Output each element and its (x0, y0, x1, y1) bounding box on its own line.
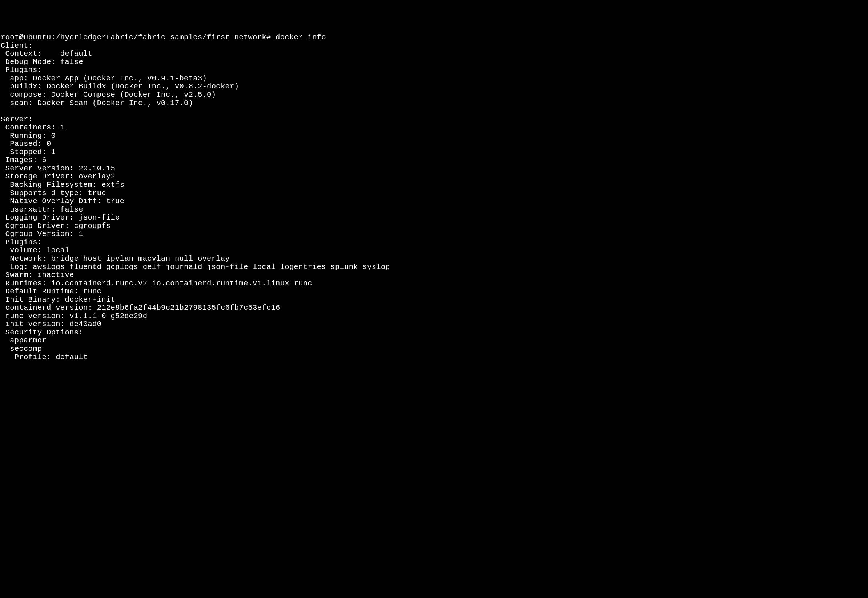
output-line: Images: 6 (1, 156, 46, 164)
output-line: Native Overlay Diff: true (1, 197, 124, 205)
output-line: Supports d_type: true (1, 189, 106, 197)
output-line: app: Docker App (Docker Inc., v0.9.1-bet… (1, 74, 207, 82)
output-line: Server Version: 20.10.15 (1, 164, 115, 173)
output-line: Default Runtime: runc (1, 287, 102, 296)
output-line: Log: awslogs fluentd gcplogs gelf journa… (1, 263, 390, 271)
output-line: Server: (1, 115, 33, 124)
output-line: apparmor (1, 336, 46, 345)
output-line: Init Binary: docker-init (1, 296, 115, 304)
output-line: Stopped: 1 (1, 148, 55, 156)
output-line: containerd version: 212e8b6fa2f44b9c21b2… (1, 303, 280, 312)
output-line: seccomp (1, 345, 42, 353)
output-line: Paused: 0 (1, 140, 51, 148)
command-prompt-line: root@ubuntu:/hyerledgerFabric/fabric-sam… (1, 33, 326, 42)
output-line: Client: (1, 42, 33, 50)
output-line: Cgroup Version: 1 (1, 230, 83, 238)
output-line: Backing Filesystem: extfs (1, 181, 124, 189)
output-line: scan: Docker Scan (Docker Inc., v0.17.0) (1, 99, 193, 107)
output-line: Debug Mode: false (1, 58, 83, 66)
output-line: Storage Driver: overlay2 (1, 172, 115, 181)
output-line: Context: default (1, 49, 92, 58)
output-line: buildx: Docker Buildx (Docker Inc., v0.8… (1, 82, 239, 91)
output-line: Logging Driver: json-file (1, 214, 120, 222)
output-line: init version: de40ad0 (1, 320, 102, 328)
output-line: Plugins: (1, 238, 42, 247)
output-line: runc version: v1.1.1-0-g52de29d (1, 312, 147, 320)
output-line: Plugins: (1, 66, 42, 74)
output-line: Runtimes: io.containerd.runc.v2 io.conta… (1, 279, 312, 287)
output-line: compose: Docker Compose (Docker Inc., v2… (1, 91, 216, 99)
output-line: Cgroup Driver: cgroupfs (1, 222, 111, 230)
terminal-output[interactable]: root@ubuntu:/hyerledgerFabric/fabric-sam… (1, 33, 867, 361)
output-line: Swarm: inactive (1, 271, 74, 279)
output-line: Security Options: (1, 328, 83, 336)
output-line: Volume: local (1, 246, 69, 254)
output-line: Profile: default (1, 353, 88, 361)
output-line: Running: 0 (1, 132, 55, 140)
output-line: Network: bridge host ipvlan macvlan null… (1, 254, 230, 263)
output-line: userxattr: false (1, 205, 83, 214)
output-line: Containers: 1 (1, 123, 65, 132)
